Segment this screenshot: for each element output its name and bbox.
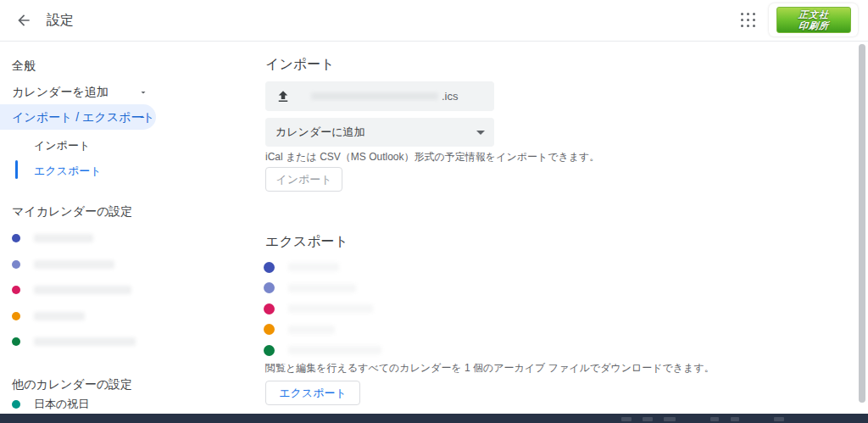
arrow-left-icon: [15, 12, 32, 29]
holiday-color-dot: [12, 400, 20, 409]
calendar-list-item[interactable]: [264, 340, 381, 361]
settings-page: 設定 正文社 印刷所 全般 カレンダーを追加 インポート / エクスポート イン…: [0, 0, 868, 423]
my-calendars-heading: マイカレンダーの設定: [12, 204, 132, 220]
calendar-color-dot: [12, 260, 20, 269]
logo-line2: 印刷所: [798, 20, 829, 31]
dropdown-caret-icon: [476, 131, 485, 135]
calendar-color-dot: [12, 234, 20, 242]
redacted-calendar-name: [288, 304, 373, 313]
calendar-list-item[interactable]: [12, 329, 136, 355]
calendar-color-dot: [12, 286, 20, 294]
header-bar: 設定 正文社 印刷所: [0, 0, 868, 42]
calendar-list-item[interactable]: [12, 252, 136, 278]
my-calendars-list: [12, 225, 136, 355]
other-calendars-heading: 他のカレンダーの設定: [12, 377, 132, 392]
file-extension-text: .ics: [442, 90, 459, 103]
redacted-calendar-name: [288, 284, 356, 292]
sidebar-item-add-calendar[interactable]: カレンダーを追加: [12, 85, 108, 100]
calendar-list-item[interactable]: [264, 257, 381, 278]
company-logo: 正文社 印刷所: [776, 7, 851, 33]
apps-grid-icon[interactable]: [741, 13, 756, 28]
calendar-color-dot: [264, 345, 275, 356]
back-button[interactable]: [14, 10, 34, 31]
export-section-heading: エクスポート: [265, 233, 348, 251]
export-button[interactable]: エクスポート: [265, 381, 360, 405]
sidebar-item-label: インポート / エクスポート: [12, 104, 155, 130]
dropdown-selected-value: カレンダーに追加: [275, 118, 365, 147]
holiday-calendar-label: 日本の祝日: [34, 397, 89, 412]
file-upload-field[interactable]: .ics: [265, 81, 494, 111]
sidebar-subitem-export[interactable]: エクスポート: [34, 164, 102, 179]
redacted-calendar-name: [34, 312, 85, 320]
sidebar-item-general[interactable]: 全般: [12, 58, 36, 74]
page-title: 設定: [47, 0, 74, 41]
selected-indicator-bar: [15, 160, 18, 179]
upload-icon: [275, 89, 291, 104]
logo-line1: 正文社: [798, 9, 829, 20]
calendar-color-dot: [264, 303, 275, 314]
import-helper-text: iCal または CSV（MS Outlook）形式の予定情報をインポートできま…: [265, 150, 599, 164]
export-helper-text: 閲覧と編集を行えるすべてのカレンダーを 1 個のアーカイブ ファイルでダウンロー…: [265, 361, 715, 376]
redacted-calendar-name: [34, 234, 93, 242]
calendar-color-dot: [12, 337, 20, 346]
calendar-list-item[interactable]: [264, 298, 381, 320]
calendar-color-dot: [264, 324, 275, 335]
account-logo-button[interactable]: 正文社 印刷所: [769, 3, 858, 36]
chevron-down-icon[interactable]: [138, 87, 148, 97]
calendar-list-item[interactable]: [12, 225, 136, 252]
windows-taskbar[interactable]: [0, 414, 868, 423]
chevron-up-icon: [137, 112, 147, 122]
calendar-list-item[interactable]: [264, 320, 381, 341]
redacted-calendar-name: [288, 326, 335, 334]
redacted-calendar-name: [288, 263, 339, 271]
calendar-color-dot: [264, 262, 275, 273]
add-to-calendar-dropdown[interactable]: カレンダーに追加: [265, 118, 494, 147]
calendar-list-item[interactable]: [12, 277, 136, 303]
redacted-calendar-name: [288, 346, 381, 354]
import-section-heading: インポート: [265, 56, 335, 74]
calendar-color-dot: [12, 312, 20, 320]
redacted-calendar-name: [34, 286, 131, 294]
sidebar-item-import-export[interactable]: インポート / エクスポート: [0, 104, 156, 130]
vertical-scrollbar[interactable]: [859, 44, 865, 403]
redacted-file-name: [311, 92, 438, 100]
export-calendars-list: [264, 257, 381, 361]
calendar-item-japan-holidays[interactable]: 日本の祝日: [12, 397, 89, 412]
calendar-list-item[interactable]: [12, 303, 136, 330]
import-button[interactable]: インポート: [265, 167, 342, 192]
sidebar-subitem-import[interactable]: インポート: [34, 138, 90, 153]
redacted-calendar-name: [34, 260, 114, 269]
calendar-list-item[interactable]: [264, 278, 381, 299]
redacted-calendar-name: [34, 337, 136, 346]
calendar-color-dot: [264, 282, 275, 293]
